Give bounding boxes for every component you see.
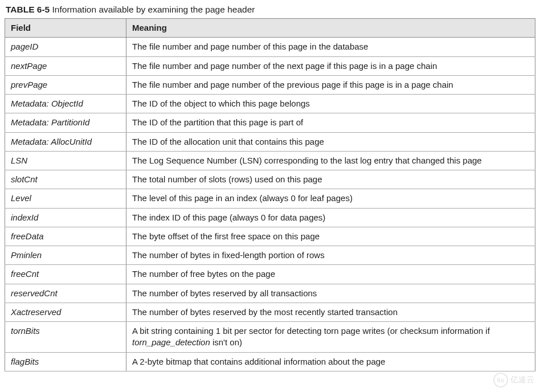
cell-meaning: The number of bytes reserved by the most… <box>126 303 535 321</box>
cell-field: slotCnt <box>5 170 126 189</box>
column-header-meaning: Meaning <box>126 19 535 38</box>
table-row: indexIdThe index ID of this page (always… <box>5 208 535 227</box>
watermark-logo-icon: 6o <box>493 373 508 376</box>
cell-field: flagBits <box>5 352 126 371</box>
cell-meaning: The total number of slots (rows) used on… <box>126 170 535 189</box>
cell-field: Level <box>5 189 126 208</box>
cell-field: Pminlen <box>5 246 126 265</box>
table-row: XactreservedThe number of bytes reserved… <box>5 303 535 321</box>
cell-field: indexId <box>5 208 126 227</box>
cell-meaning: A 2-byte bitmap that contains additional… <box>126 352 535 371</box>
watermark: 6o 亿速云 <box>493 373 534 376</box>
page-header-fields-table: Field Meaning pageIDThe file number and … <box>5 18 535 371</box>
cell-meaning: The ID of the object to which this page … <box>126 95 535 113</box>
cell-field: Metadata: AllocUnitId <box>5 132 126 151</box>
table-row: prevPageThe file number and page number … <box>5 75 535 94</box>
table-row: tornBitsA bit string containing 1 bit pe… <box>5 322 535 353</box>
cell-field: freeData <box>5 227 126 246</box>
cell-field: reservedCnt <box>5 284 126 303</box>
cell-field: freeCnt <box>5 265 126 284</box>
cell-meaning: The level of this page in an index (alwa… <box>126 189 535 208</box>
cell-field: tornBits <box>5 322 126 353</box>
table-row: LSNThe Log Sequence Number (LSN) corresp… <box>5 151 535 170</box>
cell-field: Metadata: PartitionId <box>5 113 126 132</box>
cell-meaning: A bit string containing 1 bit per sector… <box>126 322 535 353</box>
table-row: reservedCntThe number of bytes reserved … <box>5 284 535 303</box>
table-header-row: Field Meaning <box>5 19 535 38</box>
table-row: pageIDThe file number and page number of… <box>5 38 535 56</box>
cell-field: Xactreserved <box>5 303 126 321</box>
table-caption-text: Information available by examining the p… <box>52 5 255 14</box>
table-row: nextPageThe file number and page number … <box>5 56 535 75</box>
table-caption-label: TABLE 6-5 <box>6 5 50 14</box>
cell-field: prevPage <box>5 75 126 94</box>
cell-meaning: The file number and page number of the n… <box>126 56 535 75</box>
cell-meaning: The index ID of this page (always 0 for … <box>126 208 535 227</box>
cell-meaning: The number of free bytes on the page <box>126 265 535 284</box>
cell-meaning: The number of bytes reserved by all tran… <box>126 284 535 303</box>
table-row: LevelThe level of this page in an index … <box>5 189 535 208</box>
cell-field: Metadata: ObjectId <box>5 95 126 113</box>
cell-meaning: The ID of the partition that this page i… <box>126 113 535 132</box>
cell-field: LSN <box>5 151 126 170</box>
cell-meaning: The Log Sequence Number (LSN) correspond… <box>126 151 535 170</box>
column-header-field: Field <box>5 19 126 38</box>
table-row: slotCntThe total number of slots (rows) … <box>5 170 535 189</box>
cell-meaning: The file number and page number of the p… <box>126 75 535 94</box>
cell-meaning: The ID of the allocation unit that conta… <box>126 132 535 151</box>
cell-meaning: The byte offset of the first free space … <box>126 227 535 246</box>
table-row: PminlenThe number of bytes in fixed-leng… <box>5 246 535 265</box>
cell-meaning: The file number and page number of this … <box>126 38 535 56</box>
table-row: flagBitsA 2-byte bitmap that contains ad… <box>5 352 535 371</box>
cell-field: pageID <box>5 38 126 56</box>
table-caption: TABLE 6-5 Information available by exami… <box>6 5 535 15</box>
table-row: Metadata: ObjectIdThe ID of the object t… <box>5 95 535 113</box>
table-row: Metadata: PartitionIdThe ID of the parti… <box>5 113 535 132</box>
watermark-text: 亿速云 <box>510 375 534 376</box>
cell-meaning: The number of bytes in fixed-length port… <box>126 246 535 265</box>
table-row: freeCntThe number of free bytes on the p… <box>5 265 535 284</box>
table-row: Metadata: AllocUnitIdThe ID of the alloc… <box>5 132 535 151</box>
table-row: freeDataThe byte offset of the first fre… <box>5 227 535 246</box>
cell-field: nextPage <box>5 56 126 75</box>
